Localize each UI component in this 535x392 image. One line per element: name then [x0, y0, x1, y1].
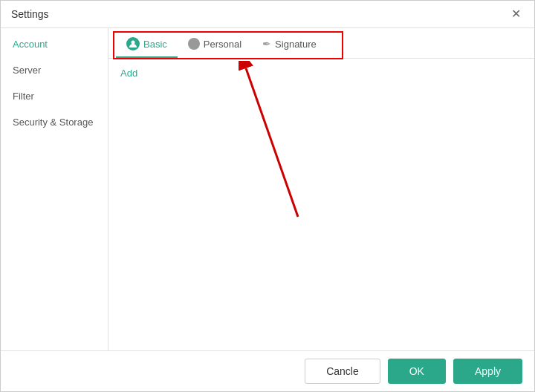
- close-button[interactable]: ✕: [508, 7, 524, 22]
- dialog-footer: Cancle OK Apply: [1, 350, 534, 391]
- ok-button[interactable]: OK: [388, 359, 446, 384]
- sidebar: Account Server Filter Security & Storage: [1, 28, 108, 350]
- basic-icon: [126, 37, 140, 50]
- sidebar-item-filter[interactable]: Filter: [1, 83, 108, 109]
- tab-content-area: Add: [108, 59, 534, 350]
- settings-dialog: Settings ✕ Account Server Filter Securit…: [0, 0, 535, 392]
- svg-point-0: [132, 41, 135, 45]
- tab-basic-label: Basic: [143, 39, 167, 50]
- content-region: Basic Personal ✒ Signature: [108, 28, 534, 350]
- tab-signature-label: Signature: [275, 39, 317, 50]
- add-link[interactable]: Add: [120, 68, 522, 79]
- tab-personal[interactable]: Personal: [178, 33, 252, 57]
- cancel-button[interactable]: Cancle: [305, 359, 380, 384]
- sidebar-item-security-storage[interactable]: Security & Storage: [1, 109, 108, 135]
- signature-icon: ✒: [262, 38, 271, 50]
- personal-icon: [188, 38, 200, 50]
- sidebar-item-account[interactable]: Account: [1, 31, 108, 57]
- dialog-title: Settings: [11, 8, 49, 20]
- sidebar-item-server[interactable]: Server: [1, 57, 108, 83]
- dialog-body: Account Server Filter Security & Storage: [1, 28, 534, 350]
- tabs-bar: Basic Personal ✒ Signature: [108, 28, 534, 59]
- tab-basic[interactable]: Basic: [116, 33, 178, 58]
- tab-personal-label: Personal: [204, 39, 241, 50]
- apply-button[interactable]: Apply: [453, 359, 522, 384]
- tab-signature[interactable]: ✒ Signature: [252, 33, 327, 57]
- main-content: Basic Personal ✒ Signature: [108, 28, 534, 350]
- titlebar: Settings ✕: [1, 1, 534, 28]
